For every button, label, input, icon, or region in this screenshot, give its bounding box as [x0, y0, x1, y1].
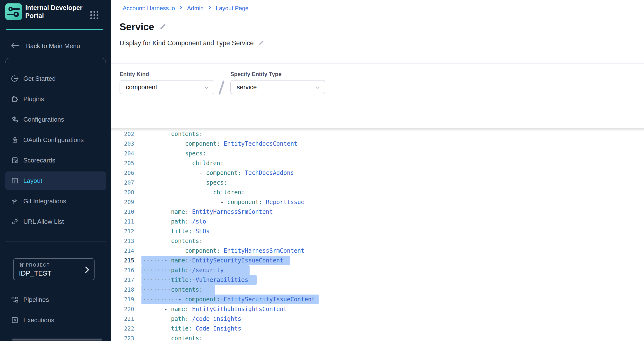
- code-line[interactable]: 212 title: SLOs: [111, 226, 644, 236]
- plugins-icon: [11, 95, 19, 103]
- sidebar-item-plugins[interactable]: Plugins: [5, 90, 106, 108]
- code-line[interactable]: 218········contents:: [111, 285, 644, 294]
- line-number: 218: [111, 285, 143, 294]
- line-number: 219: [111, 294, 143, 304]
- sidebar-item-label: URL Allow List: [23, 218, 64, 225]
- sidebar-item-label: OAuth Configurations: [23, 136, 84, 144]
- edit-title-pencil-icon[interactable]: [159, 23, 167, 31]
- breadcrumb-link[interactable]: Admin: [187, 5, 204, 12]
- sidebar-item-get-started[interactable]: Get Started: [5, 69, 106, 88]
- back-to-main-menu-button[interactable]: Back to Main Menu: [11, 40, 80, 52]
- git-icon: [11, 197, 19, 205]
- sidebar-item-git-integrations[interactable]: Git Integrations: [5, 192, 106, 210]
- line-number: 221: [111, 314, 143, 324]
- entity-type-value: service: [237, 83, 257, 91]
- layout-icon: [11, 177, 19, 185]
- entity-kind-select[interactable]: component: [120, 80, 214, 94]
- code-line[interactable]: 202 contents:: [111, 129, 644, 139]
- line-number: 211: [111, 217, 143, 226]
- line-number: 206: [111, 168, 143, 178]
- app-logo-icon: [5, 4, 22, 20]
- entity-type-label: Specify Entity Type: [230, 71, 282, 78]
- code-line[interactable]: 203 - component: EntityTechdocsContent: [111, 139, 644, 149]
- app-title: Internal Developer Portal: [25, 4, 88, 20]
- line-number: 220: [111, 304, 143, 314]
- sidebar-item-configurations[interactable]: Configurations: [5, 110, 106, 129]
- breadcrumb-link[interactable]: Account: Harness.io: [123, 5, 175, 12]
- code-line[interactable]: 221 path: /code-insights: [111, 314, 644, 324]
- code-line[interactable]: 207 specs:: [111, 178, 644, 188]
- line-number: 223: [111, 333, 143, 341]
- sidebar: Internal Developer Portal Back to Main M…: [0, 0, 111, 341]
- line-number: 222: [111, 324, 143, 333]
- entity-kind-label: Entity Kind: [120, 71, 149, 78]
- line-number: 213: [111, 236, 143, 246]
- sidebar-item-url-allow-list[interactable]: URL Allow List: [5, 212, 106, 231]
- apps-grid-icon[interactable]: [89, 10, 100, 21]
- main-content: Account: Harness.ioAdminLayout Page Serv…: [111, 0, 644, 341]
- page-title: Service: [120, 22, 154, 32]
- code-line[interactable]: 205 children:: [111, 158, 644, 168]
- sidebar-item-label: Plugins: [23, 95, 44, 103]
- configurations-icon: [11, 115, 19, 124]
- sidebar-accent-divider: [6, 29, 103, 30]
- code-line[interactable]: 206 - component: TechDocsAddons: [111, 168, 644, 178]
- code-line[interactable]: 223 contents:: [111, 333, 644, 341]
- code-line[interactable]: 217········title:·Vulnerabilities: [111, 275, 644, 285]
- menu-panel-outline: [5, 58, 106, 63]
- sidebar-divider: [5, 241, 106, 242]
- get-started-icon: [11, 74, 19, 83]
- sidebar-item-executions[interactable]: Executions: [5, 311, 106, 329]
- line-number: 217: [111, 275, 143, 285]
- line-number: 207: [111, 178, 143, 188]
- sidebar-item-oauth-configurations[interactable]: OAuth Configurations: [5, 131, 106, 149]
- back-to-main-menu-label: Back to Main Menu: [26, 42, 80, 50]
- section-divider: [111, 104, 644, 104]
- line-number: 203: [111, 139, 143, 149]
- breadcrumb: Account: Harness.ioAdminLayout Page: [123, 5, 248, 12]
- executions-icon: [11, 316, 19, 324]
- code-line[interactable]: 222 title: Code Insights: [111, 324, 644, 333]
- sidebar-item-scorecards[interactable]: Scorecards: [5, 151, 106, 170]
- sidebar-item-label: Pipelines: [23, 296, 49, 303]
- code-line[interactable]: 208 children:: [111, 188, 644, 197]
- code-line[interactable]: 209 - component: ReportIssue: [111, 197, 644, 207]
- code-line[interactable]: 219··········- component:·EntitySecurity…: [111, 294, 644, 304]
- sidebar-item-label: Executions: [23, 316, 54, 324]
- code-line[interactable]: 211 path: /slo: [111, 217, 644, 226]
- layers-icon: [18, 262, 25, 269]
- breadcrumb-link[interactable]: Layout Page: [216, 5, 248, 12]
- sidebar-item-label: Configurations: [23, 116, 64, 123]
- entity-kind-value: component: [126, 83, 157, 91]
- yaml-code-editor[interactable]: 202 contents:203 - component: EntityTech…: [111, 128, 644, 341]
- line-number: 210: [111, 207, 143, 217]
- sidebar-item-pipelines[interactable]: Pipelines: [5, 290, 106, 309]
- section-divider: [111, 63, 644, 64]
- code-line[interactable]: 216········path:·/security: [111, 265, 644, 275]
- chevron-right-icon: [84, 266, 90, 274]
- edit-subtitle-pencil-icon[interactable]: [258, 39, 265, 47]
- sidebar-item-label: Layout: [23, 177, 42, 185]
- entity-type-select[interactable]: service: [230, 80, 325, 94]
- line-number: 209: [111, 197, 143, 207]
- code-line[interactable]: 204 specs:: [111, 149, 644, 158]
- arrow-left-icon: [11, 42, 20, 50]
- line-number: 214: [111, 246, 143, 256]
- code-line[interactable]: 215······- name:·EntitySecurityIssueCont…: [111, 256, 644, 265]
- project-tag-label: PROJECT: [26, 263, 50, 268]
- breadcrumb-chevron-icon: [208, 5, 212, 12]
- slash-separator: [218, 80, 224, 95]
- code-line[interactable]: 214 - component: EntityHarnessSrmContent: [111, 246, 644, 256]
- oauth-icon: [11, 136, 19, 144]
- code-line[interactable]: 220 - name: EntityGithubInsightsContent: [111, 304, 644, 314]
- project-selector[interactable]: PROJECT IDP_TEST: [13, 258, 94, 280]
- scorecards-icon: [11, 156, 19, 164]
- sidebar-item-layout[interactable]: Layout: [5, 171, 106, 190]
- code-line[interactable]: 210 - name: EntityHarnessSrmContent: [111, 207, 644, 217]
- url-icon: [11, 217, 19, 226]
- pipelines-icon: [11, 295, 19, 304]
- sidebar-item-label: Scorecards: [23, 157, 56, 164]
- horizontal-scrollbar-thumb[interactable]: [12, 338, 102, 340]
- code-line[interactable]: 213 contents:: [111, 236, 644, 246]
- line-number: 208: [111, 188, 143, 197]
